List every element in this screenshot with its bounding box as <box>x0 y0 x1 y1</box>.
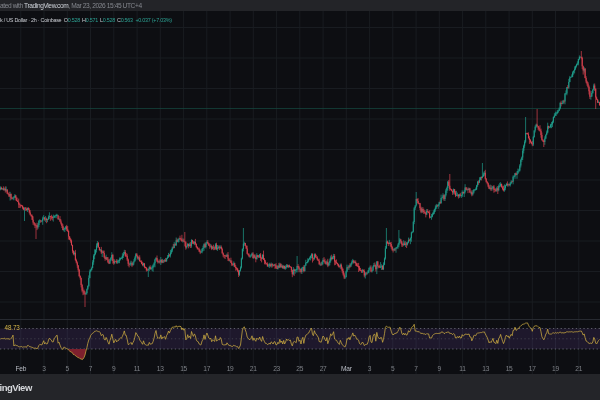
svg-text:5: 5 <box>66 365 70 372</box>
svg-text:3: 3 <box>42 365 46 372</box>
svg-text:11: 11 <box>459 365 466 372</box>
svg-text:9: 9 <box>438 365 442 372</box>
svg-text:13: 13 <box>482 365 489 372</box>
svg-text:27: 27 <box>320 365 327 372</box>
svg-text:ated with TradingView.com, Mar: ated with TradingView.com, Mar 23, 2026 … <box>0 2 142 10</box>
svg-text:19: 19 <box>227 365 234 372</box>
svg-text:TradingView: TradingView <box>0 382 33 393</box>
svg-text:9: 9 <box>112 365 116 372</box>
svg-text:17: 17 <box>203 365 210 372</box>
svg-text:15: 15 <box>506 365 513 372</box>
svg-text:5: 5 <box>391 365 395 372</box>
svg-text:Feb: Feb <box>15 365 26 372</box>
svg-text:7: 7 <box>89 365 93 372</box>
svg-text:21: 21 <box>575 365 582 372</box>
svg-text:7: 7 <box>414 365 418 372</box>
svg-text:Mar: Mar <box>341 365 353 372</box>
svg-text:k / US Dollar · 2h · CoinbaseO: k / US Dollar · 2h · CoinbaseO0.528H0.57… <box>0 17 172 23</box>
svg-text:3: 3 <box>368 365 372 372</box>
svg-text:11: 11 <box>134 365 141 372</box>
svg-text:15: 15 <box>180 365 187 372</box>
svg-text:21: 21 <box>250 365 257 372</box>
svg-text:17: 17 <box>529 365 536 372</box>
svg-text:25: 25 <box>296 365 303 372</box>
svg-text:23: 23 <box>273 365 280 372</box>
svg-text:13: 13 <box>157 365 164 372</box>
svg-text:48.73: 48.73 <box>5 324 21 331</box>
svg-text:19: 19 <box>552 365 559 372</box>
